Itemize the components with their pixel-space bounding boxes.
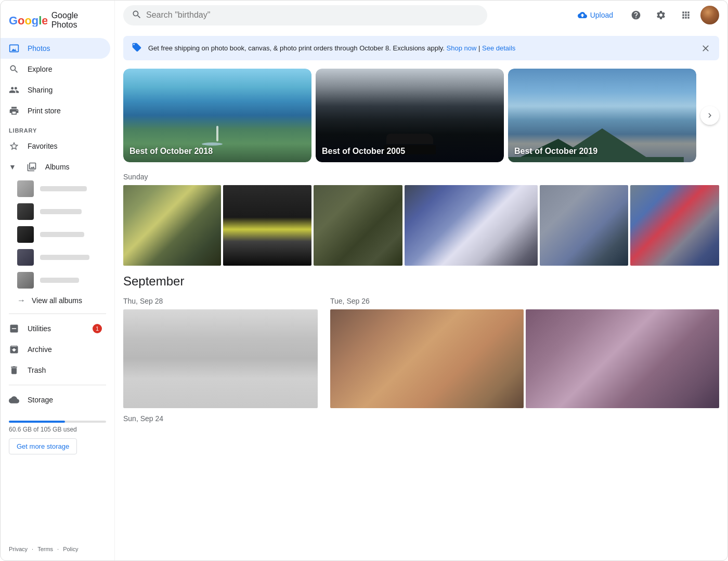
memory-label-3: Best of October 2019: [514, 147, 597, 156]
album-item-1[interactable]: [1, 177, 110, 200]
photo-tue-sep-26-2[interactable]: [526, 309, 719, 408]
help-button[interactable]: [626, 5, 646, 25]
privacy-links: Privacy · Terms · Policy: [1, 542, 114, 556]
album-name-2: [40, 209, 82, 214]
sidebar-item-print-store[interactable]: Print store: [1, 100, 110, 121]
banner-message: Get free shipping on photo book, canvas,…: [148, 44, 445, 52]
search-input[interactable]: [146, 10, 479, 20]
topbar: Upload: [115, 1, 727, 30]
memories-next-button[interactable]: [700, 106, 719, 125]
get-more-storage-button[interactable]: Get more storage: [9, 438, 77, 454]
album-item-3[interactable]: [1, 223, 110, 246]
see-details-link[interactable]: See details: [482, 44, 515, 52]
search-bar[interactable]: [123, 5, 487, 25]
photo-thu-sep-28[interactable]: [123, 309, 318, 408]
sidebar-item-trash[interactable]: Trash: [1, 360, 110, 381]
promo-banner: Get free shipping on photo book, canvas,…: [123, 36, 719, 60]
albums-expand-icon: ▼: [9, 163, 16, 171]
sidebar-label-sharing: Sharing: [28, 86, 53, 94]
settings-button[interactable]: [651, 5, 671, 25]
svg-marker-1: [508, 128, 684, 162]
september-label: September: [123, 274, 719, 289]
storage-section: 60.6 GB of 105 GB used Get more storage: [1, 410, 114, 461]
photos-icon: [9, 43, 19, 54]
photo-sunday-4[interactable]: [405, 185, 538, 266]
topbar-actions: Upload: [569, 5, 719, 25]
sidebar-label-trash: Trash: [28, 366, 46, 374]
thu-sep-28-label: Thu, Sep 28: [123, 297, 318, 305]
shop-now-link[interactable]: Shop now: [447, 44, 477, 52]
sun-sep-24-label: Sun, Sep 24: [123, 414, 318, 423]
privacy-separator-1: ·: [32, 546, 33, 552]
logo[interactable]: Google Google Photos: [1, 5, 114, 38]
help-icon: [631, 10, 641, 20]
upload-label: Upload: [590, 11, 613, 19]
search-icon: [132, 9, 142, 21]
archive-icon: [9, 344, 19, 355]
terms-link[interactable]: Terms: [37, 546, 53, 552]
banner-close-button[interactable]: [700, 43, 711, 54]
arrow-right-icon: →: [17, 296, 25, 305]
memory-card-2[interactable]: Best of October 2005: [316, 69, 504, 162]
apps-button[interactable]: [675, 5, 696, 25]
avatar-image: [700, 6, 719, 24]
sidebar-label-utilities: Utilities: [28, 324, 51, 333]
view-all-albums[interactable]: → View all albums: [1, 292, 110, 309]
upload-button[interactable]: Upload: [569, 6, 621, 24]
photo-sunday-2[interactable]: [223, 185, 312, 266]
sidebar-item-photos[interactable]: Photos: [1, 38, 110, 59]
sidebar-item-sharing[interactable]: Sharing: [1, 80, 110, 100]
privacy-link[interactable]: Privacy: [9, 546, 28, 552]
banner-text: Get free shipping on photo book, canvas,…: [148, 44, 694, 52]
album-item-2[interactable]: [1, 200, 110, 223]
album-thumbnail-4: [17, 249, 34, 266]
content-area: Get free shipping on photo book, canvas,…: [115, 30, 727, 560]
album-name-5: [40, 278, 79, 283]
storage-icon: [9, 395, 19, 405]
privacy-separator-2: ·: [57, 546, 59, 552]
google-photos-logo: Google: [9, 14, 47, 27]
chevron-right-icon: [705, 111, 714, 120]
sidebar-divider-2: [9, 385, 106, 385]
sidebar-item-utilities[interactable]: Utilities 1: [1, 318, 110, 339]
storage-label: Storage: [28, 396, 53, 404]
policy-link[interactable]: Policy: [63, 546, 78, 552]
photo-sunday-6[interactable]: [630, 185, 719, 266]
tue-sep-26-section: Tue, Sep 26: [330, 293, 719, 408]
memory-card-3[interactable]: Best of October 2019: [508, 69, 696, 162]
album-thumbnail-1: [17, 180, 34, 197]
sunday-photo-row: [123, 185, 719, 266]
sidebar: Google Google Photos Photos Explore Shar…: [1, 1, 115, 560]
memory-card-1[interactable]: Best of October 2018: [123, 69, 311, 162]
memory-label-2: Best of October 2005: [322, 147, 405, 156]
sidebar-item-favorites[interactable]: Favorites: [1, 136, 110, 156]
tue-sep-photos: [330, 309, 719, 408]
sidebar-item-explore[interactable]: Explore: [1, 59, 110, 80]
photo-sunday-1[interactable]: [123, 185, 221, 266]
album-thumbnail-3: [17, 226, 34, 243]
september-content: Thu, Sep 28 Sun, Sep 24 Tue, Sep 26: [123, 293, 719, 427]
banner-tag-icon: [132, 42, 142, 54]
storage-used-text: 60.6 GB of 105 GB used: [9, 426, 106, 433]
sidebar-item-albums[interactable]: ▼ Albums: [1, 156, 110, 177]
close-icon: [700, 43, 711, 54]
sidebar-label-explore: Explore: [28, 65, 52, 73]
memory-label-1: Best of October 2018: [129, 147, 213, 156]
sidebar-item-archive[interactable]: Archive: [1, 339, 110, 360]
storage-bar-fill: [9, 421, 65, 423]
album-thumbnail-5: [17, 272, 34, 289]
photo-sunday-5[interactable]: [540, 185, 629, 266]
avatar[interactable]: [700, 6, 719, 24]
sidebar-label-print-store: Print store: [28, 107, 61, 115]
albums-icon: [27, 162, 37, 172]
favorites-icon: [9, 141, 19, 151]
album-item-5[interactable]: [1, 269, 110, 292]
memories-section: Best of October 2018 Best of October 200…: [123, 69, 719, 162]
photo-tue-sep-26-1[interactable]: [330, 309, 524, 408]
sunday-date-label: Sunday: [123, 173, 719, 181]
mountain-silhouette: [508, 126, 696, 162]
photo-sunday-3[interactable]: [314, 185, 402, 266]
utilities-badge: 1: [93, 324, 102, 333]
album-item-4[interactable]: [1, 246, 110, 269]
album-name-1: [40, 186, 87, 191]
